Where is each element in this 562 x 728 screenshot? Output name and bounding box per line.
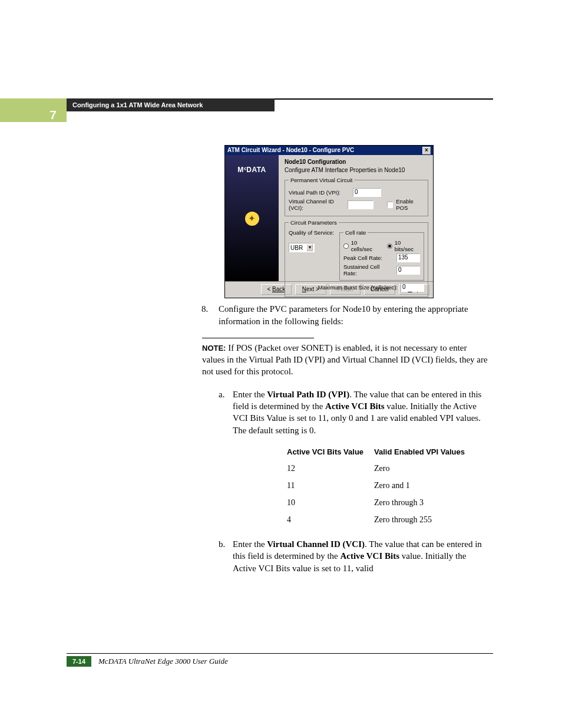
section-title: Configuring a 1x1 ATM Wide Area Network <box>67 98 275 111</box>
substep-a-label: a. <box>219 388 232 400</box>
enable-pos-label: Enable POS <box>396 198 424 211</box>
substep-b-text: Enter the Virtual Channel ID (VCI). The … <box>219 538 491 574</box>
scr-label: Sustained Cell Rate: <box>343 263 394 276</box>
table-row: 10Zero through 3 <box>287 495 475 512</box>
rate-cells-radio[interactable] <box>343 243 349 249</box>
footer-title: McDATA UltraNet Edge 3000 User Guide <box>98 657 228 666</box>
dialog-title-text: ATM Circuit Wizard - Node10 - Configure … <box>227 146 354 155</box>
note-label: NOTE: <box>202 344 226 353</box>
chapter-number: 7 <box>41 108 65 122</box>
pvc-legend: Permanent Virtual Circuit <box>289 177 354 183</box>
pcr-label: Peak Cell Rate: <box>343 255 394 261</box>
qos-label: Quality of Service: <box>289 229 335 236</box>
pvc-fieldset: Permanent Virtual Circuit Virtual Path I… <box>285 177 428 216</box>
table-header-2: Valid Enabled VPI Values <box>374 444 475 461</box>
wizard-heading: Node10 Configuration <box>285 159 428 165</box>
page: Configuring a 1x1 ATM Wide Area Network … <box>0 0 562 728</box>
note-block: NOTE: If POS (Packet over SONET) is enab… <box>202 342 491 378</box>
vpi-input[interactable]: 0 <box>353 188 381 197</box>
step-8-number: 8. <box>201 303 216 315</box>
table-header-1: Active VCI Bits Value <box>287 444 374 461</box>
rate-bits-radio[interactable] <box>387 243 392 249</box>
body-content: 8. Configure the PVC parameters for Node… <box>202 303 491 584</box>
wizard-subheading: Configure ATM Interface Properties in No… <box>285 167 428 173</box>
vci-table: Active VCI Bits Value Valid Enabled VPI … <box>287 444 475 529</box>
pcr-input[interactable]: 135 <box>396 253 420 262</box>
substep-b-label: b. <box>219 538 232 550</box>
table-row: 12Zero <box>287 460 475 477</box>
note-text: If POS (Packet over SONET) is enabled, i… <box>202 343 488 377</box>
qos-select[interactable]: UBR ▾ <box>289 243 315 252</box>
substep-a-text: Enter the Virtual Path ID (VPI). The val… <box>219 388 491 436</box>
mbs-input[interactable]: 0 <box>401 283 424 292</box>
circuit-params-legend: Circuit Parameters <box>289 219 339 226</box>
rate-cells-label: 10 cells/sec <box>351 239 379 252</box>
enable-pos-checkbox[interactable] <box>387 202 393 208</box>
wizard-main: Node10 Configuration Configure ATM Inter… <box>279 155 433 281</box>
circuit-params-fieldset: Circuit Parameters Quality of Service: U… <box>285 219 428 297</box>
note-rule <box>202 338 314 338</box>
page-footer: 7-14 McDATA UltraNet Edge 3000 User Guid… <box>67 653 493 667</box>
scr-input[interactable]: 0 <box>396 266 420 275</box>
wizard-sidebar: MᶜDATA ✦ <box>225 155 279 281</box>
vpi-label: Virtual Path ID (VPI): <box>289 189 350 196</box>
table-row: 11Zero and 1 <box>287 477 475 495</box>
close-icon[interactable]: × <box>422 147 431 154</box>
cellrate-legend: Cell rate <box>343 229 368 236</box>
rate-bits-label: 10 bits/sec <box>395 239 420 252</box>
chevron-down-icon[interactable]: ▾ <box>306 244 313 251</box>
cellrate-fieldset: Cell rate 10 cells/sec 10 bits/sec Peak … <box>339 229 424 281</box>
step-8-text: Configure the PVC parameters for Node10 … <box>202 303 491 327</box>
dialog-titlebar[interactable]: ATM Circuit Wizard - Node10 - Configure … <box>225 146 433 155</box>
brand-emblem-icon: ✦ <box>245 212 259 226</box>
page-number-badge: 7-14 <box>67 656 91 667</box>
mbs-label: Maximum Burst Size (cells/sec): <box>318 284 398 291</box>
atm-wizard-dialog: ATM Circuit Wizard - Node10 - Configure … <box>224 145 434 298</box>
vci-input[interactable] <box>348 200 373 209</box>
brand-logo: MᶜDATA <box>225 166 279 174</box>
vci-label: Virtual Channel ID (VCI): <box>289 198 345 211</box>
table-row: 4Zero through 255 <box>287 512 475 529</box>
